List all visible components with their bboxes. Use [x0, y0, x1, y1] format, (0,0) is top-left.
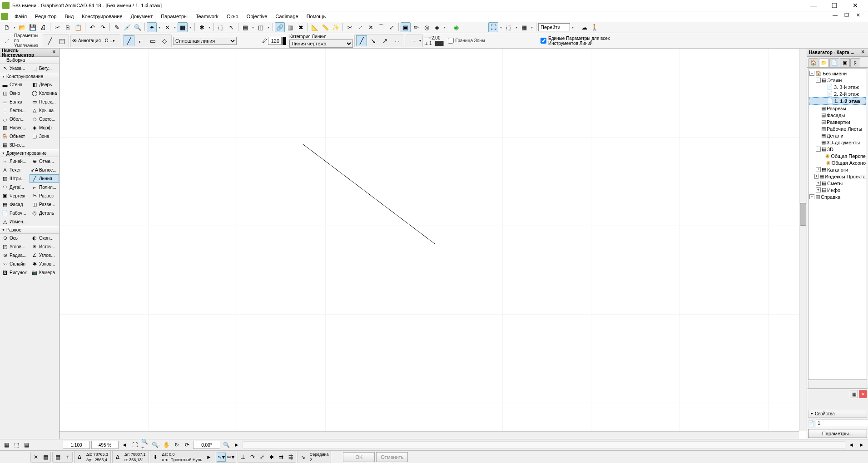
- marker-button[interactable]: ✏: [411, 22, 421, 32]
- section-doc[interactable]: Документирование: [0, 149, 59, 157]
- horizontal-scrollbar[interactable]: [60, 431, 799, 439]
- tool-дверь[interactable]: ◧Дверь: [30, 80, 59, 89]
- tool-бегущая[interactable]: ⬚Бегу...: [30, 64, 59, 73]
- new-button[interactable]: 🗋: [2, 22, 12, 32]
- tool-чертеж[interactable]: ▣Чертеж: [0, 192, 30, 200]
- camera-button[interactable]: ◈: [432, 22, 442, 32]
- method-rotated-button[interactable]: ◇: [159, 35, 170, 46]
- pen-color-swatch[interactable]: [283, 37, 286, 45]
- suspend-groups-button[interactable]: ⬚: [216, 22, 226, 32]
- menu-cadimage[interactable]: Cadimage: [272, 13, 302, 20]
- cursor-arrow-button[interactable]: ↖▾: [217, 453, 226, 462]
- geo-single-button[interactable]: ╱: [45, 35, 55, 46]
- menu-window[interactable]: Окно: [223, 13, 242, 20]
- orbit-button[interactable]: ⛶: [488, 22, 498, 32]
- snap-points-dd[interactable]: ▾: [173, 25, 177, 30]
- tree-3ddocs[interactable]: 3D-документы: [827, 140, 860, 145]
- quick-options-3[interactable]: ▤: [22, 440, 31, 449]
- tree-toggle[interactable]: +: [816, 181, 821, 186]
- angle-field[interactable]: 0,00°: [193, 441, 220, 449]
- tool-развертка[interactable]: ◫Разве...: [30, 200, 59, 209]
- child-minimize-button[interactable]: —: [833, 12, 843, 20]
- arrow-none-button[interactable]: ╱: [356, 35, 367, 46]
- menu-edit[interactable]: Редактор: [31, 13, 60, 20]
- pick-button[interactable]: ✎: [112, 22, 122, 32]
- tree-story2[interactable]: 2. 2-й этаж: [834, 91, 859, 97]
- energy-button[interactable]: ◉: [451, 22, 461, 32]
- ruler-button[interactable]: 📏: [320, 22, 330, 32]
- layer-label[interactable]: Аннотация - О...: [78, 38, 112, 43]
- settings-button[interactable]: Параметры...: [808, 429, 867, 438]
- new-dropdown[interactable]: ▾: [12, 25, 17, 30]
- tool-перекрытие[interactable]: ▭Перек...: [30, 98, 59, 106]
- tree-stories[interactable]: Этажи: [827, 78, 842, 83]
- tree-layouts[interactable]: Сметы: [827, 181, 843, 186]
- tree-root[interactable]: Без имени: [823, 71, 847, 76]
- copy-button[interactable]: ⎘: [63, 22, 73, 32]
- tool-линия[interactable]: ╱Линия: [30, 174, 59, 183]
- divide-button[interactable]: ↘: [298, 453, 308, 462]
- tool-окончание[interactable]: ◐Окон...: [30, 234, 59, 242]
- adjust-button[interactable]: ⟋: [355, 22, 365, 32]
- tree-toggle[interactable]: +: [814, 174, 818, 179]
- tree-toggle[interactable]: −: [816, 147, 821, 152]
- tree-3d[interactable]: 3D: [827, 147, 833, 152]
- resize-button[interactable]: ⤢: [387, 22, 397, 32]
- tree-toggle[interactable]: +: [816, 167, 821, 172]
- tool-отметка[interactable]: ⊕Отме...: [30, 157, 59, 166]
- linetype-select[interactable]: Сплошная линия: [173, 37, 237, 45]
- gravity-dd[interactable]: ▾: [207, 25, 212, 30]
- zone-boundary-checkbox[interactable]: Граница Зоны: [448, 38, 485, 44]
- tree-persp[interactable]: Общая Перспе: [831, 153, 866, 159]
- tool-ось[interactable]: ⊙Ось: [0, 234, 30, 242]
- origin-move-button[interactable]: +: [63, 453, 72, 462]
- tool-объект[interactable]: 🪑Объект: [0, 132, 30, 141]
- child-close-button[interactable]: ✕: [856, 12, 867, 20]
- method-poly-button[interactable]: ⌐: [135, 35, 146, 46]
- grid-button[interactable]: ▦: [41, 453, 50, 462]
- fillet-button[interactable]: ⌒: [376, 22, 386, 32]
- cloud-button[interactable]: ☁: [579, 22, 589, 32]
- arrow-button[interactable]: ↖: [226, 22, 236, 32]
- quick-options-1[interactable]: ▦: [2, 440, 11, 449]
- layers-button[interactable]: ▤: [240, 22, 250, 32]
- snap-multi-button[interactable]: ⇶: [286, 453, 295, 462]
- layers-dd[interactable]: ▾: [251, 25, 255, 30]
- menu-document[interactable]: Документ: [127, 13, 157, 20]
- tool-дуга[interactable]: ◠Дуга/...: [0, 183, 30, 192]
- tool-сплайн[interactable]: 〰Сплайн: [0, 260, 30, 268]
- menu-teamwork[interactable]: Teamwork: [192, 13, 222, 20]
- pen-input[interactable]: [268, 37, 282, 45]
- split-button[interactable]: ✂: [345, 22, 355, 32]
- tool-штриховка[interactable]: ▨Штри...: [0, 174, 30, 183]
- trace-off-button[interactable]: ✖: [296, 22, 306, 32]
- menu-file[interactable]: Файл: [11, 13, 30, 20]
- arrow-both-button[interactable]: ↔: [392, 35, 402, 46]
- tool-зона[interactable]: ▢Зона: [30, 132, 59, 141]
- tree-toggle[interactable]: −: [809, 71, 814, 76]
- nav-delete-button[interactable]: ✕: [859, 390, 867, 398]
- child-maximize-button[interactable]: ❐: [844, 12, 855, 20]
- 3d-window-button[interactable]: ▣: [401, 22, 411, 32]
- inject-button[interactable]: 💉: [122, 22, 132, 32]
- zoom-field[interactable]: 495 %: [91, 441, 119, 449]
- tree-toggle[interactable]: +: [809, 194, 814, 199]
- tool-радиальный[interactable]: ⊛Радиа...: [0, 251, 30, 260]
- app-menu-icon[interactable]: [1, 13, 8, 20]
- method-rect-button[interactable]: ▭: [147, 35, 158, 46]
- tool-стена[interactable]: ▬Стена: [0, 80, 30, 89]
- arrowhead-button[interactable]: →: [407, 35, 418, 46]
- intersect-button[interactable]: ✕: [366, 22, 376, 32]
- uniform-checkbox[interactable]: Единые Параметры для всех Инструментов Л…: [541, 36, 612, 46]
- nav-tab-project[interactable]: 🏠: [808, 58, 818, 67]
- tool-угловое-окно[interactable]: ◰Углов...: [0, 242, 30, 251]
- tree-interior[interactable]: Развертки: [827, 119, 850, 125]
- tree-catalogs[interactable]: Каталоги: [827, 167, 848, 172]
- view-dd[interactable]: ▾: [530, 25, 534, 30]
- tool-колонна[interactable]: ◯Колонна: [30, 89, 59, 98]
- tree-toggle[interactable]: −: [816, 78, 821, 83]
- toolbox-close-button[interactable]: ✕: [51, 49, 57, 56]
- tool-разрез[interactable]: ✂Разрез: [30, 192, 59, 200]
- tree-indexes[interactable]: Индексы Проекта: [825, 174, 866, 179]
- paste-button[interactable]: 📋: [73, 22, 83, 32]
